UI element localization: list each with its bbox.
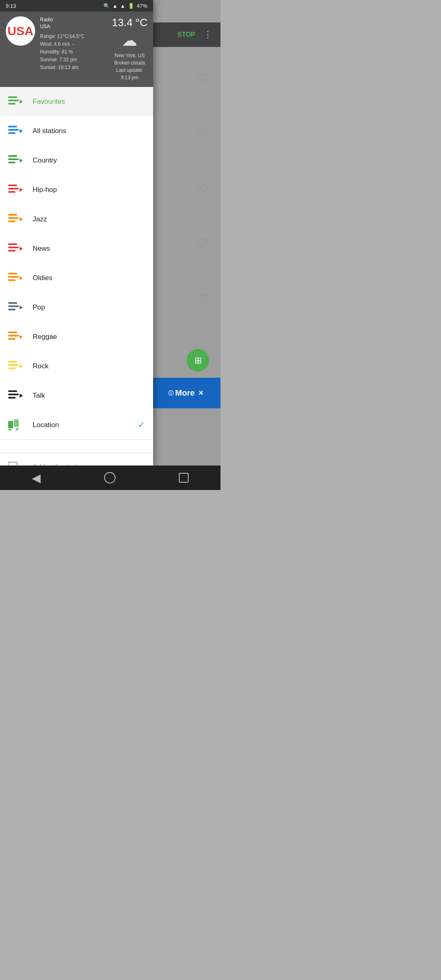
svg-rect-33 — [8, 335, 19, 336]
svg-rect-20 — [8, 243, 17, 245]
rock-label: Rock — [33, 362, 49, 370]
pop-label: Pop — [33, 303, 45, 312]
svg-rect-1 — [8, 100, 19, 101]
weather-sunset: Sunset: 10:13 am — [40, 64, 107, 71]
sidebar-item-rock[interactable]: Rock — [0, 352, 153, 381]
weather-location: New York, US Broken clouds Last update: … — [114, 52, 145, 81]
svg-rect-5 — [8, 129, 19, 131]
svg-rect-30 — [8, 309, 16, 310]
search-icon: 🔍 — [103, 3, 110, 9]
favourites-label: Favourites — [33, 98, 65, 106]
reggae-icon — [8, 331, 23, 343]
svg-rect-40 — [8, 390, 17, 392]
bg-heart-1: ♡ — [198, 71, 208, 85]
nav-list: Favourites All stations — [0, 87, 153, 466]
country-code: USA — [7, 24, 33, 38]
navigation-drawer: 9:13 🔍 ▲ ▲ 🔋 47% USA Radio USA Range: 11… — [0, 0, 153, 466]
svg-rect-4 — [8, 126, 17, 127]
battery-icon: 🔋 — [128, 3, 134, 9]
app-title: Radio USA — [40, 16, 107, 30]
svg-rect-36 — [8, 361, 17, 363]
svg-rect-38 — [8, 368, 16, 369]
svg-marker-43 — [20, 394, 23, 398]
status-bar: 9:13 🔍 ▲ ▲ 🔋 47% — [0, 0, 153, 11]
weather-humidity: Humidity: 81 % — [40, 48, 107, 56]
bottom-nav-bar: ◀ — [0, 466, 220, 490]
svg-rect-22 — [8, 250, 16, 252]
svg-marker-39 — [20, 364, 23, 368]
svg-rect-45 — [14, 419, 19, 427]
wifi-icon: ▲ — [112, 3, 118, 9]
svg-rect-26 — [8, 279, 16, 281]
svg-rect-10 — [8, 162, 16, 163]
weather-temp: 13.4 °C — [112, 16, 147, 29]
svg-rect-24 — [8, 273, 17, 274]
svg-rect-0 — [8, 96, 17, 98]
svg-rect-29 — [8, 305, 19, 307]
back-button[interactable]: ◀ — [32, 471, 41, 485]
stop-label[interactable]: STOP — [178, 31, 195, 38]
status-time: 9:13 — [6, 3, 16, 9]
ad-label: More — [175, 388, 195, 398]
sidebar-item-country[interactable]: Country — [0, 146, 153, 175]
weather-sunrise: Sunrise: 7:32 pm — [40, 56, 107, 64]
sidebar-item-pop[interactable]: Pop — [0, 293, 153, 322]
weather-header: USA Radio USA Range: 11°C/14.5°C Wind: 4… — [0, 11, 153, 87]
sidebar-item-hip-hop[interactable]: Hip-hop — [0, 175, 153, 205]
svg-rect-21 — [8, 247, 19, 248]
svg-rect-34 — [8, 338, 16, 340]
news-label: News — [33, 245, 50, 253]
bg-heart-4: ♡ — [198, 237, 208, 250]
svg-rect-18 — [8, 220, 16, 222]
pop-icon — [8, 302, 23, 313]
svg-marker-3 — [20, 100, 23, 104]
location-chevron-icon: ✓ — [138, 420, 145, 430]
svg-rect-25 — [8, 276, 19, 278]
hip-hop-label: Hip-hop — [33, 186, 57, 194]
country-avatar: USA — [6, 16, 35, 46]
ad-banner[interactable]: ⓘ More ✕ — [151, 378, 220, 408]
svg-rect-46 — [8, 429, 11, 430]
svg-rect-6 — [8, 132, 16, 134]
talk-label: Talk — [33, 392, 45, 400]
svg-marker-19 — [20, 217, 23, 221]
signal-icon: ▲ — [120, 3, 125, 9]
svg-marker-15 — [20, 188, 23, 192]
sidebar-item-add-station[interactable]: Add radio station — [0, 452, 153, 466]
more-menu-icon[interactable]: ⋮ — [203, 29, 212, 40]
weather-details: Range: 11°C/14.5°C Wind: 4.6 m/s ← Humid… — [40, 33, 107, 72]
rock-icon — [8, 361, 23, 372]
svg-rect-13 — [8, 188, 19, 189]
cloud-icon: ☁ — [122, 31, 137, 49]
ad-close-icon[interactable]: ✕ — [198, 389, 203, 397]
battery-percent: 47% — [137, 3, 147, 9]
all-stations-label: All stations — [33, 127, 66, 135]
favourites-icon — [8, 96, 23, 107]
svg-rect-8 — [8, 155, 17, 157]
sidebar-item-all-stations[interactable]: All stations — [0, 116, 153, 146]
sidebar-item-jazz[interactable]: Jazz — [0, 205, 153, 234]
country-icon — [8, 155, 23, 166]
reggae-label: Reggae — [33, 333, 57, 341]
sidebar-item-oldies[interactable]: Oldies — [0, 263, 153, 293]
country-label: Country — [33, 156, 57, 165]
sidebar-item-talk[interactable]: Talk — [0, 381, 153, 410]
sidebar-item-news[interactable]: News — [0, 234, 153, 263]
weather-wind: Wind: 4.6 m/s ← — [40, 40, 107, 48]
svg-marker-11 — [20, 158, 23, 163]
sidebar-item-reggae[interactable]: Reggae — [0, 322, 153, 352]
svg-rect-28 — [8, 302, 17, 304]
svg-rect-16 — [8, 214, 17, 216]
jazz-icon — [8, 214, 23, 225]
home-button[interactable] — [104, 472, 116, 483]
news-icon — [8, 243, 23, 254]
talk-icon — [8, 390, 23, 401]
oldies-label: Oldies — [33, 274, 52, 282]
fab-button[interactable]: ⊞ — [187, 349, 209, 372]
location-label: Location — [33, 421, 59, 429]
sidebar-item-favourites[interactable]: Favourites — [0, 87, 153, 116]
svg-rect-48 — [16, 429, 19, 430]
recents-button[interactable] — [179, 473, 189, 483]
sidebar-item-location[interactable]: Location ✓ — [0, 410, 153, 440]
all-stations-icon — [8, 125, 23, 137]
